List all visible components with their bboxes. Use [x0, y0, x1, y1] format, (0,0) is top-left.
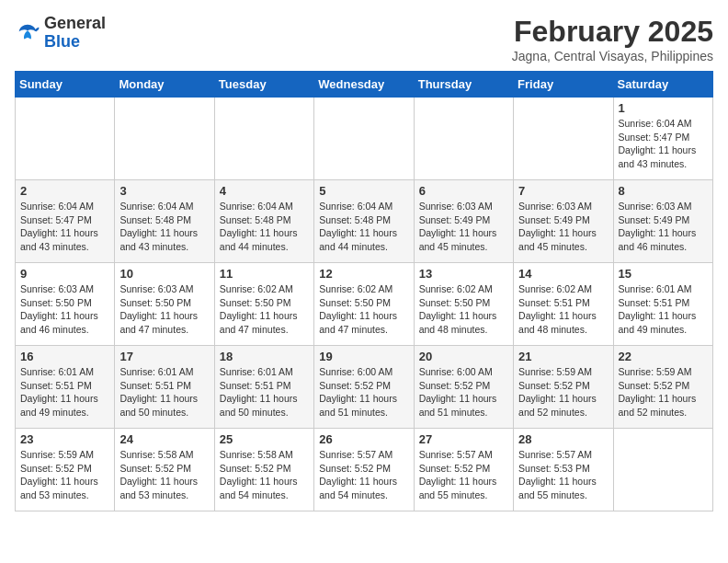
day-number: 25	[220, 432, 309, 446]
day-cell: 4Sunrise: 6:04 AM Sunset: 5:48 PM Daylig…	[214, 180, 313, 263]
day-number: 21	[518, 350, 608, 363]
day-cell	[214, 98, 313, 180]
col-header-sunday: Sunday	[16, 72, 115, 98]
day-cell: 16Sunrise: 6:01 AM Sunset: 5:51 PM Dayli…	[16, 346, 115, 429]
day-cell: 1Sunrise: 6:04 AM Sunset: 5:47 PM Daylig…	[613, 98, 712, 180]
day-info: Sunrise: 6:04 AM Sunset: 5:48 PM Dayligh…	[119, 200, 209, 254]
day-cell: 8Sunrise: 6:03 AM Sunset: 5:49 PM Daylig…	[613, 180, 712, 263]
day-cell: 9Sunrise: 6:03 AM Sunset: 5:50 PM Daylig…	[16, 263, 115, 346]
col-header-thursday: Thursday	[414, 72, 513, 98]
day-cell: 10Sunrise: 6:03 AM Sunset: 5:50 PM Dayli…	[115, 263, 214, 346]
title-area: February 2025 Jagna, Central Visayas, Ph…	[512, 15, 713, 63]
day-info: Sunrise: 6:04 AM Sunset: 5:47 PM Dayligh…	[619, 117, 708, 171]
day-number: 6	[419, 184, 508, 198]
day-info: Sunrise: 6:00 AM Sunset: 5:52 PM Dayligh…	[419, 365, 508, 419]
day-info: Sunrise: 6:02 AM Sunset: 5:50 PM Dayligh…	[220, 282, 309, 337]
col-header-tuesday: Tuesday	[214, 72, 313, 98]
day-cell	[514, 98, 613, 180]
day-number: 16	[20, 350, 109, 363]
logo: General Blue	[15, 15, 106, 52]
day-cell: 6Sunrise: 6:03 AM Sunset: 5:49 PM Daylig…	[414, 180, 513, 263]
day-number: 5	[319, 184, 408, 198]
day-info: Sunrise: 6:00 AM Sunset: 5:52 PM Dayligh…	[319, 365, 408, 419]
day-number: 15	[619, 267, 708, 281]
day-info: Sunrise: 5:58 AM Sunset: 5:52 PM Dayligh…	[220, 448, 309, 502]
col-header-wednesday: Wednesday	[314, 72, 414, 98]
day-number: 24	[119, 432, 209, 446]
week-row-3: 9Sunrise: 6:03 AM Sunset: 5:50 PM Daylig…	[16, 263, 713, 346]
day-info: Sunrise: 6:04 AM Sunset: 5:47 PM Dayligh…	[20, 200, 109, 254]
day-cell: 27Sunrise: 5:57 AM Sunset: 5:52 PM Dayli…	[414, 429, 513, 511]
day-cell: 24Sunrise: 5:58 AM Sunset: 5:52 PM Dayli…	[115, 429, 214, 511]
location-title: Jagna, Central Visayas, Philippines	[512, 49, 713, 63]
day-info: Sunrise: 6:04 AM Sunset: 5:48 PM Dayligh…	[319, 200, 408, 254]
day-cell: 21Sunrise: 5:59 AM Sunset: 5:52 PM Dayli…	[514, 346, 613, 429]
day-info: Sunrise: 6:01 AM Sunset: 5:51 PM Dayligh…	[619, 282, 708, 337]
day-info: Sunrise: 6:04 AM Sunset: 5:48 PM Dayligh…	[220, 200, 309, 254]
day-cell	[16, 98, 115, 180]
day-info: Sunrise: 6:03 AM Sunset: 5:50 PM Dayligh…	[119, 282, 209, 337]
day-number: 1	[619, 101, 708, 115]
calendar: SundayMondayTuesdayWednesdayThursdayFrid…	[15, 71, 713, 511]
week-row-2: 2Sunrise: 6:04 AM Sunset: 5:47 PM Daylig…	[16, 180, 713, 263]
day-number: 26	[319, 432, 408, 446]
day-cell	[314, 98, 414, 180]
day-info: Sunrise: 5:57 AM Sunset: 5:53 PM Dayligh…	[518, 448, 608, 502]
day-number: 20	[419, 350, 508, 363]
day-cell: 23Sunrise: 5:59 AM Sunset: 5:52 PM Dayli…	[16, 429, 115, 511]
calendar-header-row: SundayMondayTuesdayWednesdayThursdayFrid…	[16, 72, 713, 98]
day-number: 3	[119, 184, 209, 198]
day-cell: 13Sunrise: 6:02 AM Sunset: 5:50 PM Dayli…	[414, 263, 513, 346]
day-info: Sunrise: 5:59 AM Sunset: 5:52 PM Dayligh…	[518, 365, 608, 419]
col-header-friday: Friday	[514, 72, 613, 98]
header: General Blue February 2025 Jagna, Centra…	[15, 15, 713, 63]
day-number: 7	[518, 184, 608, 198]
day-cell: 28Sunrise: 5:57 AM Sunset: 5:53 PM Dayli…	[514, 429, 613, 511]
day-info: Sunrise: 6:02 AM Sunset: 5:51 PM Dayligh…	[518, 282, 608, 337]
day-cell: 11Sunrise: 6:02 AM Sunset: 5:50 PM Dayli…	[214, 263, 313, 346]
col-header-saturday: Saturday	[613, 72, 712, 98]
day-cell: 22Sunrise: 5:59 AM Sunset: 5:52 PM Dayli…	[613, 346, 712, 429]
day-cell: 25Sunrise: 5:58 AM Sunset: 5:52 PM Dayli…	[214, 429, 313, 511]
day-cell: 12Sunrise: 6:02 AM Sunset: 5:50 PM Dayli…	[314, 263, 414, 346]
week-row-5: 23Sunrise: 5:59 AM Sunset: 5:52 PM Dayli…	[16, 429, 713, 511]
day-number: 9	[20, 267, 109, 281]
day-cell: 17Sunrise: 6:01 AM Sunset: 5:51 PM Dayli…	[115, 346, 214, 429]
day-info: Sunrise: 5:57 AM Sunset: 5:52 PM Dayligh…	[419, 448, 508, 502]
day-cell	[414, 98, 513, 180]
day-info: Sunrise: 5:59 AM Sunset: 5:52 PM Dayligh…	[619, 365, 708, 419]
day-number: 14	[518, 267, 608, 281]
week-row-1: 1Sunrise: 6:04 AM Sunset: 5:47 PM Daylig…	[16, 98, 713, 180]
day-number: 2	[20, 184, 109, 198]
day-cell	[115, 98, 214, 180]
logo-bird-icon	[15, 20, 40, 46]
day-number: 11	[220, 267, 309, 281]
day-number: 19	[319, 350, 408, 363]
day-number: 4	[220, 184, 309, 198]
col-header-monday: Monday	[115, 72, 214, 98]
day-cell: 19Sunrise: 6:00 AM Sunset: 5:52 PM Dayli…	[314, 346, 414, 429]
day-cell: 14Sunrise: 6:02 AM Sunset: 5:51 PM Dayli…	[514, 263, 613, 346]
week-row-4: 16Sunrise: 6:01 AM Sunset: 5:51 PM Dayli…	[16, 346, 713, 429]
day-cell: 15Sunrise: 6:01 AM Sunset: 5:51 PM Dayli…	[613, 263, 712, 346]
day-number: 27	[419, 432, 508, 446]
day-cell: 18Sunrise: 6:01 AM Sunset: 5:51 PM Dayli…	[214, 346, 313, 429]
day-info: Sunrise: 6:03 AM Sunset: 5:49 PM Dayligh…	[619, 200, 708, 254]
day-number: 8	[619, 184, 708, 198]
day-info: Sunrise: 6:03 AM Sunset: 5:50 PM Dayligh…	[20, 282, 109, 337]
day-info: Sunrise: 6:03 AM Sunset: 5:49 PM Dayligh…	[419, 200, 508, 254]
day-number: 17	[119, 350, 209, 363]
day-info: Sunrise: 5:59 AM Sunset: 5:52 PM Dayligh…	[20, 448, 109, 502]
month-title: February 2025	[512, 15, 713, 49]
day-number: 12	[319, 267, 408, 281]
day-cell: 20Sunrise: 6:00 AM Sunset: 5:52 PM Dayli…	[414, 346, 513, 429]
day-info: Sunrise: 6:01 AM Sunset: 5:51 PM Dayligh…	[220, 365, 309, 419]
day-number: 18	[220, 350, 309, 363]
day-cell: 7Sunrise: 6:03 AM Sunset: 5:49 PM Daylig…	[514, 180, 613, 263]
day-info: Sunrise: 6:02 AM Sunset: 5:50 PM Dayligh…	[419, 282, 508, 337]
day-info: Sunrise: 5:58 AM Sunset: 5:52 PM Dayligh…	[119, 448, 209, 502]
day-info: Sunrise: 6:01 AM Sunset: 5:51 PM Dayligh…	[119, 365, 209, 419]
logo-text: General Blue	[44, 15, 106, 52]
day-number: 22	[619, 350, 708, 363]
day-cell: 5Sunrise: 6:04 AM Sunset: 5:48 PM Daylig…	[314, 180, 414, 263]
